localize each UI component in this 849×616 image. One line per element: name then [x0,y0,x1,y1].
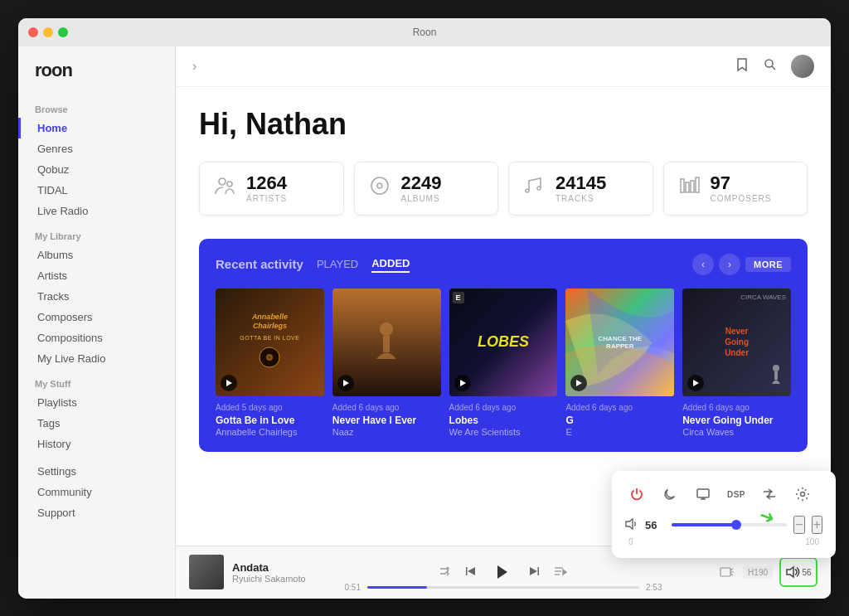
shuffle-button[interactable] [439,565,451,579]
volume-button[interactable]: 56 [779,557,817,587]
svg-rect-8 [681,179,684,192]
play-dot-3 [454,375,471,391]
sidebar-item-home[interactable]: Home [18,118,175,138]
album-name-3: Lobes [449,415,558,426]
library-section-label: My Library [18,221,175,245]
user-avatar[interactable] [791,55,814,78]
svg-marker-31 [530,567,537,575]
album-added-2: Added 6 days ago [332,403,441,412]
settings-popup-button[interactable] [791,483,814,506]
volume-labels: 0 100 [625,537,822,546]
album-cover-2 [332,289,441,397]
sidebar-item-tracks[interactable]: Tracks [18,286,175,307]
dsp-button[interactable]: DSP [725,483,748,506]
display-button[interactable] [691,483,715,506]
activity-prev-button[interactable]: ‹ [692,254,714,275]
progress-area: 0:51 2:53 [337,583,669,592]
stat-composers[interactable]: 97 COMPOSERS [663,162,808,216]
sidebar-item-playlists[interactable]: Playlists [18,392,175,413]
svg-point-5 [377,183,382,188]
close-button[interactable] [28,27,38,37]
svg-rect-17 [383,336,390,352]
queue-button[interactable] [554,566,567,579]
activity-next-button[interactable]: › [719,254,740,275]
stats-row: 1264 ARTISTS 2249 [199,162,808,216]
album-card-1[interactable]: AnnabelleChairlegs GOTTA BE IN LOVE [216,289,324,437]
main-header: › [176,46,831,87]
album-card-3[interactable]: LOBES E Added 6 days ago Lobes We Are Sc… [449,289,558,437]
svg-marker-36 [563,570,566,575]
svg-marker-18 [343,380,349,386]
svg-marker-24 [693,380,699,386]
now-playing: Andata Ryuichi Sakamoto [189,555,355,589]
svg-marker-21 [576,380,582,386]
sidebar-item-settings[interactable]: Settings [18,461,175,482]
artists-count: 1264 [246,174,287,192]
svg-point-7 [537,187,541,190]
sidebar-item-artists[interactable]: Artists [18,265,175,286]
stat-artists[interactable]: 1264 ARTISTS [199,162,344,216]
transport-controls [439,559,567,585]
stat-albums[interactable]: 2249 ALBUMS [354,162,499,216]
svg-marker-28 [466,567,468,575]
maximize-button[interactable] [58,27,68,37]
sleep-button[interactable] [658,483,682,506]
volume-min-label: 0 [628,537,633,546]
sidebar-item-live-radio[interactable]: Live Radio [18,201,175,221]
album-name-2: Never Have I Ever [332,415,441,426]
tab-played[interactable]: PLAYED [317,256,358,272]
progress-bar[interactable] [367,586,639,589]
next-button[interactable] [529,565,541,580]
transfer-button[interactable] [758,483,781,506]
volume-plus-button[interactable]: + [812,516,822,534]
svg-marker-41 [787,567,793,577]
volume-slider-thumb[interactable] [731,520,741,530]
sidebar-item-qobuz[interactable]: Qobuz [18,159,175,180]
tracks-label: TRACKS [555,194,606,203]
composers-icon [677,174,701,202]
sidebar-item-albums[interactable]: Albums [18,245,175,265]
album-card-5[interactable]: NeverGoingUnder CIRCA WAVES [682,289,791,437]
now-playing-title: Andata [232,561,306,574]
minimize-button[interactable] [43,27,53,37]
search-icon[interactable] [763,57,778,75]
now-playing-artist: Ryuichi Sakamoto [232,574,306,584]
artists-icon [213,174,236,202]
bookmark-icon[interactable] [735,57,750,75]
sidebar-item-support[interactable]: Support [18,502,175,523]
power-button[interactable] [625,483,648,506]
album-card-4[interactable]: CHANCE THERAPPER Added 6 days ago G E [565,289,674,437]
playbar-right: H190 56 [720,557,817,587]
play-dot-1 [221,375,237,391]
play-button[interactable] [489,559,516,585]
sidebar-item-composers[interactable]: Composers [18,307,175,327]
album-artist-1: Annabelle Chairlegs [216,427,324,437]
play-dot-2 [337,375,354,391]
prev-button[interactable] [464,565,476,580]
album-added-1: Added 5 days ago [216,403,324,412]
sidebar-item-my-live-radio[interactable]: My Live Radio [18,348,175,369]
sidebar-item-genres[interactable]: Genres [18,138,175,159]
album-card-2[interactable]: Added 6 days ago Never Have I Ever Naaz [332,289,441,437]
volume-slider-row: 56 − + [625,516,822,534]
stat-tracks[interactable]: 24145 TRACKS [508,162,653,216]
tab-added[interactable]: ADDED [371,255,410,273]
volume-speaker-icon [625,518,638,532]
svg-marker-19 [460,380,466,386]
tracks-count: 24145 [555,174,606,192]
albums-label: ALBUMS [401,194,442,203]
sidebar-item-compositions[interactable]: Compositions [18,327,175,348]
sidebar-item-community[interactable]: Community [18,482,175,502]
window-title: Roon [413,27,437,38]
sidebar-item-history[interactable]: History [18,434,175,454]
album-cover-5: NeverGoingUnder CIRCA WAVES [682,289,791,397]
sidebar-item-tags[interactable]: Tags [18,413,175,434]
nav-forward-icon[interactable]: › [192,59,196,74]
sidebar-item-tidal[interactable]: TIDAL [18,180,175,201]
activity-more-button[interactable]: MORE [745,257,791,272]
recent-activity-section: Recent activity PLAYED ADDED ‹ › MORE [199,239,808,452]
svg-rect-11 [696,177,699,192]
album-added-4: Added 6 days ago [565,403,674,412]
volume-max-label: 100 [805,537,819,546]
volume-minus-button[interactable]: − [793,516,804,534]
